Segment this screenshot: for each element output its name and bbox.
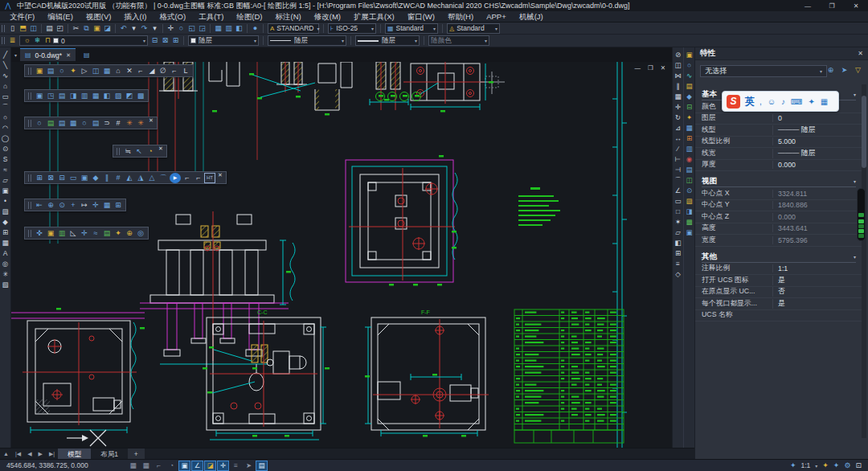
floating-toolbar-button[interactable]: ◨ [68, 91, 79, 101]
toolbar-button[interactable]: ⧉ [81, 23, 92, 34]
toolbar-grip[interactable] [28, 120, 31, 127]
property-value[interactable]: 5795.396 [772, 236, 856, 244]
floating-toolbar-button[interactable]: ▷ [79, 66, 90, 76]
toolbar-grip[interactable] [2, 37, 5, 44]
property-row[interactable]: 宽度5795.396 [695, 235, 862, 247]
selection-tool-icon[interactable]: ⊕ [825, 65, 836, 76]
floating-toolbar-button[interactable]: ◩ [124, 91, 135, 101]
annotation-scale-icon[interactable]: ✦ [790, 461, 796, 469]
mech-tool-button[interactable]: ○ [684, 60, 694, 71]
floating-toolbar-button[interactable]: ◎ [135, 228, 146, 239]
floating-toolbar-button[interactable]: ▭ [68, 173, 79, 183]
layer-state-icon[interactable]: ⊓ [43, 35, 53, 46]
toolbar-button[interactable]: ◪ [102, 23, 113, 34]
status-right-icon[interactable]: ⚙ [844, 461, 850, 469]
ime-language-mode[interactable]: 英 [745, 95, 755, 109]
restore-button[interactable]: ❐ [820, 2, 844, 10]
menu-item[interactable]: 工具(T) [192, 11, 230, 23]
floating-toolbar-button[interactable]: + [68, 200, 79, 211]
layout-nav-button[interactable]: ▲ [0, 451, 12, 457]
floating-toolbar-button[interactable]: ⌐ [169, 66, 180, 76]
draw-tool-button[interactable]: ▱ [0, 175, 10, 186]
floating-toolbar-button[interactable]: L [180, 66, 191, 76]
layer-state-icon[interactable]: ❄ [32, 35, 43, 46]
floating-toolbar-button[interactable]: ▦ [90, 91, 101, 101]
tab-list-menu-icon[interactable]: ▾ [11, 52, 20, 58]
document-tab-close-icon[interactable]: ✕ [66, 52, 71, 59]
draw-tool-button[interactable]: ╲ [0, 60, 10, 71]
status-right-icon[interactable]: ✦ [822, 461, 829, 469]
status-toggle-icon[interactable]: ▤ [256, 461, 268, 471]
status-toggle-icon[interactable]: ▣ [178, 461, 190, 471]
mech-tool-button[interactable]: ◨ [684, 207, 694, 217]
floating-toolbar-button[interactable]: ○ [79, 118, 90, 129]
mech-tool-button[interactable]: ▤ [684, 81, 694, 92]
floating-toolbar-button[interactable]: ▦ [68, 118, 79, 129]
layer-tool-button[interactable]: ⊠ [160, 35, 170, 46]
draw-tool-button[interactable]: ∿ [0, 71, 10, 81]
floating-toolbar-4[interactable]: ≒↖◔✕ [113, 145, 167, 158]
mech-tool-button[interactable]: ▣ [684, 50, 694, 60]
ime-toolbar[interactable]: S 英 ,☺♪⌨✦▦ [722, 91, 839, 112]
ime-tool-icon[interactable]: ♪ [781, 97, 785, 106]
property-row[interactable]: 在原点显示 UC...否 [695, 287, 862, 299]
status-toggle-icon[interactable]: ◔ [166, 461, 178, 471]
floating-toolbar-button[interactable]: ⌐ [135, 66, 146, 76]
floating-toolbar-6[interactable]: ⇤⊕⊙+↦✛▦⊞ [24, 199, 126, 211]
floating-toolbar-button[interactable]: ≒ [122, 146, 133, 157]
modify-tool-button[interactable]: ⋈ [673, 71, 683, 81]
lineweight-combo[interactable]: 随层▾ [355, 35, 420, 46]
toolbar-button[interactable]: ◱ [186, 23, 197, 34]
floating-toolbar-button[interactable]: ✛ [79, 228, 90, 239]
property-row[interactable]: 注释比例1:1 [695, 264, 862, 276]
color-combo[interactable]: 随层▾ [188, 35, 259, 46]
panel-scrollbar[interactable] [862, 84, 866, 438]
property-value[interactable]: 否 [772, 287, 856, 297]
toolbar-button[interactable]: ✛ [166, 23, 176, 34]
toolbar-close-icon[interactable]: ✕ [218, 172, 223, 178]
floating-toolbar-button[interactable]: ⊟ [56, 173, 68, 183]
selection-tool-icon[interactable]: ▽ [853, 65, 863, 76]
floating-toolbar-7[interactable]: ✜▣▥◺✛≈▤✦⊕◎ [24, 227, 149, 240]
drawing-viewport[interactable]: C-C [11, 62, 672, 448]
floating-toolbar-button[interactable]: ∅ [158, 66, 169, 76]
modify-tool-button[interactable]: ✛ [673, 102, 683, 113]
floating-toolbar-button[interactable]: ⊠ [45, 173, 56, 183]
floating-toolbar-button[interactable]: ◳ [45, 91, 56, 101]
layer-state-icon[interactable]: ☼ [22, 35, 32, 46]
draw-tool-button[interactable]: A [0, 248, 10, 259]
modify-tool-button[interactable]: ≡ [673, 259, 683, 269]
floating-toolbar-button[interactable]: ▤ [56, 91, 68, 101]
draw-tool-button[interactable]: ○ [0, 113, 10, 123]
floating-toolbar-button[interactable]: ⌐ [193, 173, 204, 183]
property-value[interactable]: 是 [772, 276, 856, 285]
selection-filter-combo[interactable]: 无选择 ▾ [700, 65, 827, 77]
draw-tool-button[interactable]: ◠ [0, 123, 10, 133]
toolbar-button[interactable]: ◰ [55, 23, 65, 34]
property-row[interactable]: 中心点 Z0.000 [695, 211, 862, 223]
property-row[interactable]: 线型——— 随层 [695, 125, 862, 137]
draw-tool-button[interactable]: S [0, 154, 10, 165]
ime-tool-icon[interactable]: ✦ [808, 97, 814, 106]
toolbar-grip[interactable] [117, 148, 120, 155]
draw-tool-button[interactable]: ⌒ [0, 102, 10, 113]
mech-tool-button[interactable]: ▣ [684, 227, 694, 238]
property-value[interactable]: 0 [772, 114, 856, 122]
floating-toolbar-button[interactable]: ⌂ [113, 66, 124, 76]
floating-toolbar-button[interactable]: HT [204, 173, 215, 183]
floating-toolbar-button[interactable]: ◔ [145, 146, 156, 157]
modify-tool-button[interactable]: ⊘ [673, 50, 683, 60]
menu-item[interactable]: 插入(I) [117, 11, 153, 23]
toolbar-close-icon[interactable]: ✕ [158, 145, 163, 152]
modify-tool-button[interactable]: ▦ [673, 92, 683, 102]
mech-tool-button[interactable]: ▦ [684, 123, 694, 133]
floating-toolbar-2[interactable]: ▣◳▤◨▥▦◧▨◩▩ [24, 89, 149, 102]
properties-panel-close-icon[interactable]: ✕ [858, 50, 863, 57]
floating-toolbar-button[interactable]: ◫ [90, 66, 101, 76]
floating-toolbar-button[interactable]: ▦ [101, 200, 113, 211]
property-row[interactable]: 打开 UCS 图标是 [695, 275, 862, 287]
property-value[interactable]: 0.000 [772, 161, 856, 169]
floating-toolbar-button[interactable]: ⊙ [56, 200, 68, 211]
modify-tool-button[interactable]: ∕ [673, 144, 683, 154]
floating-toolbar-button[interactable]: ⌐ [182, 173, 193, 183]
